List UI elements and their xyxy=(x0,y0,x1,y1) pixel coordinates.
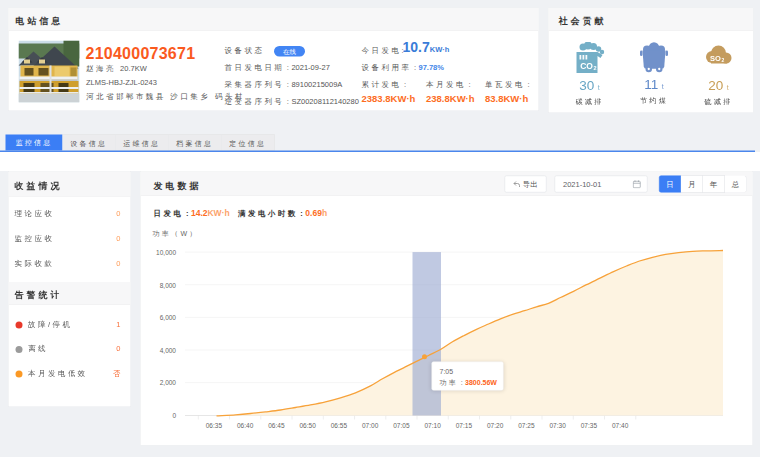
svg-text:07:00: 07:00 xyxy=(362,422,379,429)
svg-text:6,000: 6,000 xyxy=(160,314,177,321)
svg-text:SO: SO xyxy=(710,54,721,63)
svg-text:CO: CO xyxy=(580,61,593,71)
svg-text:06:50: 06:50 xyxy=(300,422,317,429)
svg-text:06:35: 06:35 xyxy=(206,422,223,429)
svg-text:07:15: 07:15 xyxy=(456,422,473,429)
svg-text:06:40: 06:40 xyxy=(237,422,254,429)
svg-text:0: 0 xyxy=(172,412,176,419)
svg-text:4,000: 4,000 xyxy=(160,347,177,354)
svg-text:07:05: 07:05 xyxy=(393,422,410,429)
svg-text:10,000: 10,000 xyxy=(156,249,176,256)
svg-text:06:55: 06:55 xyxy=(331,422,348,429)
svg-text:07:35: 07:35 xyxy=(581,422,598,429)
svg-text:06:45: 06:45 xyxy=(268,422,285,429)
svg-text:2: 2 xyxy=(594,65,597,71)
svg-text:07:10: 07:10 xyxy=(425,422,442,429)
svg-text:07:25: 07:25 xyxy=(518,422,535,429)
svg-text:8,000: 8,000 xyxy=(160,282,177,289)
svg-text:2: 2 xyxy=(722,57,725,63)
svg-text:2,000: 2,000 xyxy=(160,379,177,386)
svg-text:07:20: 07:20 xyxy=(487,422,504,429)
svg-text:07:40: 07:40 xyxy=(612,422,629,429)
svg-text:07:30: 07:30 xyxy=(550,422,567,429)
